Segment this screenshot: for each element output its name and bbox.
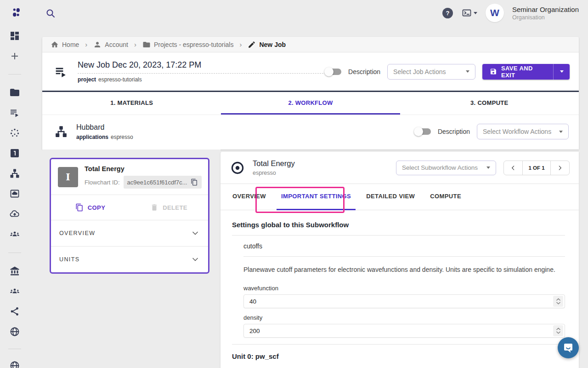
job-actions-select[interactable]: Select Job Actions [387, 64, 475, 80]
description-toggle-label: Description [348, 68, 380, 75]
org-block[interactable]: Seminar Organization Organisation [512, 6, 579, 21]
overview-accordion[interactable]: OVERVIEW [51, 220, 208, 246]
wavefunction-input[interactable] [244, 298, 553, 305]
applications-value: espresso [111, 134, 133, 140]
density-input[interactable] [244, 328, 553, 334]
overview-accordion-label: OVERVIEW [59, 230, 95, 236]
settings-heading: Settings global to this Subworkflow [232, 221, 565, 229]
workflow-title: Hubbard [76, 123, 133, 132]
copy-label: COPY [88, 204, 105, 211]
people-group-icon[interactable] [0, 224, 29, 244]
chevron-down-icon [466, 70, 469, 73]
delete-button[interactable]: DELETE [130, 203, 208, 212]
pager-prev-button[interactable] [504, 161, 522, 175]
materials-icon[interactable] [0, 123, 29, 143]
workflow-icon [54, 125, 68, 138]
breadcrumb-label: Home [62, 41, 79, 48]
dashboard-icon[interactable] [0, 26, 29, 46]
tab-compute[interactable]: 3. COMPUTE [400, 92, 579, 115]
globe-partial-icon[interactable] [0, 356, 29, 368]
subworkflow-actions-select[interactable]: Select Subworkflow Actions [396, 161, 496, 175]
units-accordion[interactable]: UNITS [51, 247, 208, 272]
flowchart-id-label: Flowchart ID: [85, 179, 120, 186]
breadcrumb-projects[interactable]: Projects - espresso-tutorials [142, 40, 234, 49]
wavefunction-stepper[interactable] [553, 296, 563, 307]
job-card: Home › Account › Projects - espresso-tut… [42, 37, 579, 150]
app-logo-icon[interactable] [10, 6, 22, 19]
divider [232, 344, 565, 345]
target-icon [230, 160, 245, 176]
stepper-down-icon [556, 302, 560, 305]
chevron-down-icon [560, 70, 564, 73]
tab-important-settings[interactable]: IMPORTANT SETTINGS [277, 184, 356, 210]
copy-button[interactable]: COPY [51, 203, 130, 212]
save-dropdown-button[interactable] [553, 64, 570, 80]
boxed-cloud-icon[interactable] [0, 184, 29, 204]
avatar[interactable]: W [486, 4, 504, 22]
left-sidebar [0, 26, 29, 368]
tab-compute[interactable]: COMPUTE [425, 184, 466, 210]
flowchart-id-chip[interactable]: ac9ee1c651f61cdf7c... [124, 176, 202, 189]
workflows-icon[interactable] [0, 163, 29, 184]
save-split-button: SAVE AND EXIT [482, 64, 570, 80]
applications-label: applications [76, 134, 108, 140]
console-menu[interactable] [461, 7, 477, 18]
share-icon[interactable] [0, 301, 29, 322]
sidebar-divider [0, 66, 29, 82]
tab-materials[interactable]: 1. MATERIALS [42, 92, 221, 115]
person-icon [93, 40, 102, 49]
density-label: density [243, 314, 565, 321]
breadcrumb-separator: › [132, 40, 138, 48]
job-title[interactable]: New Job Dec 20, 2023, 17:22 PM [78, 60, 326, 74]
edit-icon [248, 40, 256, 49]
save-and-exit-button[interactable]: SAVE AND EXIT [482, 64, 553, 80]
tab-overview[interactable]: OVERVIEW [228, 184, 271, 210]
chat-button[interactable] [558, 337, 579, 358]
bank-icon[interactable] [0, 261, 29, 281]
jobs-icon[interactable] [0, 103, 29, 123]
copy-icon[interactable] [191, 178, 198, 186]
node-badge: I [58, 167, 78, 187]
workflow-description-toggle[interactable] [415, 128, 431, 135]
pager-next-button[interactable] [551, 161, 569, 175]
save-label: SAVE AND EXIT [501, 65, 546, 79]
description-toggle[interactable] [326, 69, 341, 75]
help-icon[interactable]: ? [442, 8, 453, 18]
cutoffs-label: cutoffs [243, 242, 565, 250]
pager-label: 1 OF 1 [522, 161, 551, 175]
subworkflow-pager: 1 OF 1 [503, 161, 570, 175]
subworkflow-settings: Settings global to this Subworkflow cuto… [220, 210, 579, 360]
cutoffs-description: Planewave cutoff parameters for electron… [243, 266, 565, 273]
subworkflow-list-panel: I Total Energy Flowchart ID: ac9ee1c651f… [42, 150, 220, 368]
stepper-up-icon [556, 328, 560, 330]
add-icon[interactable] [0, 46, 29, 66]
workflow-actions-select[interactable]: Select Workflow Actions [477, 124, 569, 139]
stepper-up-icon [556, 298, 560, 301]
workflow-meta: applicationsespresso [76, 134, 133, 140]
numbered-square-icon[interactable] [0, 143, 29, 163]
cloud-upload-icon[interactable] [0, 204, 29, 224]
home-icon [51, 40, 59, 49]
breadcrumb-home[interactable]: Home [51, 40, 79, 49]
wavefunction-label: wavefunction [243, 285, 565, 292]
breadcrumb-account[interactable]: Account [93, 40, 128, 49]
globe-icon[interactable] [0, 322, 29, 342]
project-name: espresso-tutorials [98, 76, 142, 83]
breadcrumb-label: Account [105, 41, 128, 48]
folder-icon[interactable] [0, 82, 29, 103]
density-stepper[interactable] [553, 325, 563, 336]
chevron-down-icon [559, 131, 563, 133]
step-tabs: 1. MATERIALS 2. WORKFLOW 3. COMPUTE [42, 92, 579, 115]
tab-detailed-view[interactable]: DETAILED VIEW [362, 184, 419, 210]
org-members-icon[interactable] [0, 281, 29, 301]
total-energy-node-card[interactable]: I Total Energy Flowchart ID: ac9ee1c651f… [50, 158, 209, 274]
sidebar-divider [0, 342, 29, 356]
breadcrumb-separator: › [83, 40, 89, 48]
node-card-actions: COPY DELETE [51, 195, 208, 220]
chevron-left-icon [510, 165, 516, 171]
save-icon [490, 68, 497, 75]
search-icon[interactable] [45, 8, 56, 19]
sidebar-divider [0, 244, 29, 261]
tab-workflow[interactable]: 2. WORKFLOW [221, 92, 400, 115]
workflow-actions-placeholder: Select Workflow Actions [483, 128, 551, 135]
